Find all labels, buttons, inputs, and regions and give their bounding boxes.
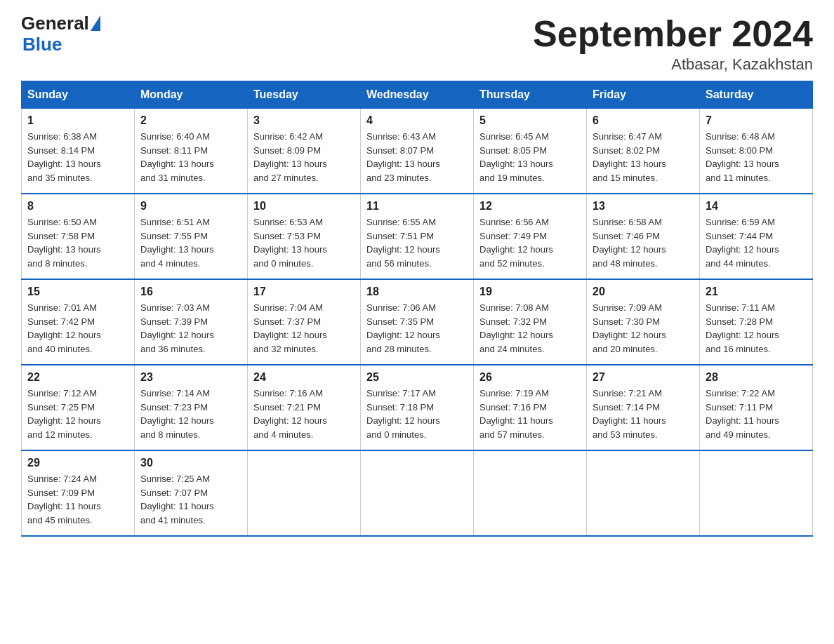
calendar-cell: 25Sunrise: 7:17 AMSunset: 7:18 PMDayligh… <box>361 365 474 450</box>
calendar-header-row: SundayMondayTuesdayWednesdayThursdayFrid… <box>22 81 813 109</box>
day-number: 26 <box>479 371 581 384</box>
day-info: Sunrise: 7:24 AMSunset: 7:09 PMDaylight:… <box>27 472 128 527</box>
calendar-cell: 29Sunrise: 7:24 AMSunset: 7:09 PMDayligh… <box>22 450 135 536</box>
calendar-cell: 24Sunrise: 7:16 AMSunset: 7:21 PMDayligh… <box>248 365 361 450</box>
column-header-friday: Friday <box>587 81 700 109</box>
day-info: Sunrise: 7:04 AMSunset: 7:37 PMDaylight:… <box>253 301 355 356</box>
calendar-cell: 7Sunrise: 6:48 AMSunset: 8:00 PMDaylight… <box>700 109 813 194</box>
calendar-week-row: 22Sunrise: 7:12 AMSunset: 7:25 PMDayligh… <box>22 365 813 450</box>
calendar-week-row: 8Sunrise: 6:50 AMSunset: 7:58 PMDaylight… <box>22 194 813 279</box>
day-info: Sunrise: 6:55 AMSunset: 7:51 PMDaylight:… <box>366 215 468 270</box>
location-title: Atbasar, Kazakhstan <box>533 55 813 74</box>
page-header: General Blue September 2024 Atbasar, Kaz… <box>21 14 813 74</box>
day-number: 21 <box>706 286 807 298</box>
calendar-cell: 17Sunrise: 7:04 AMSunset: 7:37 PMDayligh… <box>248 279 361 365</box>
calendar-week-row: 15Sunrise: 7:01 AMSunset: 7:42 PMDayligh… <box>22 279 813 365</box>
calendar-cell: 6Sunrise: 6:47 AMSunset: 8:02 PMDaylight… <box>587 109 700 194</box>
day-info: Sunrise: 7:03 AMSunset: 7:39 PMDaylight:… <box>140 301 241 356</box>
day-info: Sunrise: 6:58 AMSunset: 7:46 PMDaylight:… <box>593 215 694 270</box>
calendar-cell: 26Sunrise: 7:19 AMSunset: 7:16 PMDayligh… <box>474 365 587 450</box>
day-number: 3 <box>253 114 355 127</box>
day-number: 9 <box>140 200 241 213</box>
day-number: 24 <box>253 371 355 384</box>
calendar-cell: 8Sunrise: 6:50 AMSunset: 7:58 PMDaylight… <box>22 194 135 279</box>
calendar-cell: 28Sunrise: 7:22 AMSunset: 7:11 PMDayligh… <box>700 365 813 450</box>
day-number: 14 <box>706 200 807 213</box>
day-number: 17 <box>253 286 355 298</box>
day-info: Sunrise: 6:50 AMSunset: 7:58 PMDaylight:… <box>27 215 128 270</box>
column-header-tuesday: Tuesday <box>248 81 361 109</box>
day-info: Sunrise: 7:21 AMSunset: 7:14 PMDaylight:… <box>593 387 694 441</box>
day-info: Sunrise: 6:51 AMSunset: 7:55 PMDaylight:… <box>140 215 241 270</box>
calendar-week-row: 29Sunrise: 7:24 AMSunset: 7:09 PMDayligh… <box>22 450 813 536</box>
day-info: Sunrise: 7:11 AMSunset: 7:28 PMDaylight:… <box>706 301 807 356</box>
day-number: 22 <box>27 371 128 384</box>
day-info: Sunrise: 7:01 AMSunset: 7:42 PMDaylight:… <box>27 301 128 356</box>
calendar-cell: 11Sunrise: 6:55 AMSunset: 7:51 PMDayligh… <box>361 194 474 279</box>
day-info: Sunrise: 6:47 AMSunset: 8:02 PMDaylight:… <box>593 130 694 185</box>
calendar-cell: 3Sunrise: 6:42 AMSunset: 8:09 PMDaylight… <box>248 109 361 194</box>
calendar-table: SundayMondayTuesdayWednesdayThursdayFrid… <box>21 81 813 537</box>
calendar-cell: 2Sunrise: 6:40 AMSunset: 8:11 PMDaylight… <box>135 109 248 194</box>
day-number: 13 <box>593 200 694 213</box>
day-info: Sunrise: 7:17 AMSunset: 7:18 PMDaylight:… <box>366 387 468 441</box>
day-number: 4 <box>366 114 468 127</box>
day-number: 11 <box>366 200 468 213</box>
day-info: Sunrise: 7:16 AMSunset: 7:21 PMDaylight:… <box>253 387 355 441</box>
day-info: Sunrise: 7:19 AMSunset: 7:16 PMDaylight:… <box>479 387 581 441</box>
day-number: 8 <box>27 200 128 213</box>
calendar-cell: 9Sunrise: 6:51 AMSunset: 7:55 PMDaylight… <box>135 194 248 279</box>
day-info: Sunrise: 7:08 AMSunset: 7:32 PMDaylight:… <box>479 301 581 356</box>
day-info: Sunrise: 6:43 AMSunset: 8:07 PMDaylight:… <box>366 130 468 185</box>
day-number: 1 <box>27 114 128 127</box>
calendar-cell <box>248 450 361 536</box>
day-number: 18 <box>366 286 468 298</box>
day-info: Sunrise: 6:40 AMSunset: 8:11 PMDaylight:… <box>140 130 241 185</box>
day-info: Sunrise: 7:09 AMSunset: 7:30 PMDaylight:… <box>593 301 694 356</box>
day-info: Sunrise: 7:25 AMSunset: 7:07 PMDaylight:… <box>140 472 241 527</box>
day-number: 29 <box>27 457 128 469</box>
day-number: 12 <box>479 200 581 213</box>
logo: General Blue <box>21 14 102 55</box>
day-info: Sunrise: 6:42 AMSunset: 8:09 PMDaylight:… <box>253 130 355 185</box>
calendar-cell <box>474 450 587 536</box>
calendar-cell: 23Sunrise: 7:14 AMSunset: 7:23 PMDayligh… <box>135 365 248 450</box>
month-title: September 2024 <box>533 14 813 54</box>
calendar-cell: 30Sunrise: 7:25 AMSunset: 7:07 PMDayligh… <box>135 450 248 536</box>
calendar-cell: 27Sunrise: 7:21 AMSunset: 7:14 PMDayligh… <box>587 365 700 450</box>
day-info: Sunrise: 7:12 AMSunset: 7:25 PMDaylight:… <box>27 387 128 441</box>
logo-triangle-icon <box>91 15 100 31</box>
calendar-cell <box>700 450 813 536</box>
calendar-cell: 16Sunrise: 7:03 AMSunset: 7:39 PMDayligh… <box>135 279 248 365</box>
column-header-sunday: Sunday <box>22 81 135 109</box>
day-number: 20 <box>593 286 694 298</box>
day-number: 10 <box>253 200 355 213</box>
title-area: September 2024 Atbasar, Kazakhstan <box>533 14 813 74</box>
day-info: Sunrise: 6:38 AMSunset: 8:14 PMDaylight:… <box>27 130 128 185</box>
calendar-cell: 4Sunrise: 6:43 AMSunset: 8:07 PMDaylight… <box>361 109 474 194</box>
logo-general-text: General <box>21 14 89 32</box>
day-number: 5 <box>479 114 581 127</box>
day-number: 15 <box>27 286 128 298</box>
calendar-cell: 18Sunrise: 7:06 AMSunset: 7:35 PMDayligh… <box>361 279 474 365</box>
day-number: 16 <box>140 286 241 298</box>
day-number: 2 <box>140 114 241 127</box>
calendar-cell: 21Sunrise: 7:11 AMSunset: 7:28 PMDayligh… <box>700 279 813 365</box>
day-info: Sunrise: 7:22 AMSunset: 7:11 PMDaylight:… <box>706 387 807 441</box>
calendar-cell: 5Sunrise: 6:45 AMSunset: 8:05 PMDaylight… <box>474 109 587 194</box>
logo-blue-text: Blue <box>22 34 62 55</box>
day-number: 25 <box>366 371 468 384</box>
calendar-week-row: 1Sunrise: 6:38 AMSunset: 8:14 PMDaylight… <box>22 109 813 194</box>
column-header-thursday: Thursday <box>474 81 587 109</box>
calendar-cell: 12Sunrise: 6:56 AMSunset: 7:49 PMDayligh… <box>474 194 587 279</box>
column-header-monday: Monday <box>135 81 248 109</box>
calendar-cell <box>361 450 474 536</box>
calendar-cell: 15Sunrise: 7:01 AMSunset: 7:42 PMDayligh… <box>22 279 135 365</box>
day-info: Sunrise: 6:48 AMSunset: 8:00 PMDaylight:… <box>706 130 807 185</box>
day-info: Sunrise: 6:59 AMSunset: 7:44 PMDaylight:… <box>706 215 807 270</box>
day-number: 28 <box>706 371 807 384</box>
day-info: Sunrise: 7:14 AMSunset: 7:23 PMDaylight:… <box>140 387 241 441</box>
calendar-cell: 19Sunrise: 7:08 AMSunset: 7:32 PMDayligh… <box>474 279 587 365</box>
day-number: 19 <box>479 286 581 298</box>
day-number: 6 <box>593 114 694 127</box>
